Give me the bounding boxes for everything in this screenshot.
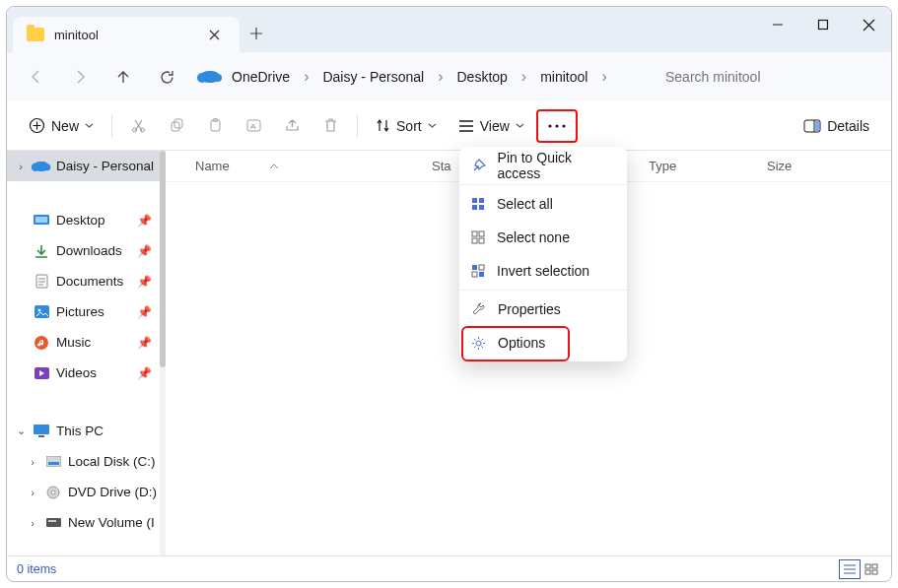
forward-button[interactable] [60,60,100,94]
sidebar-item-music[interactable]: Music📌 [7,327,160,358]
share-button[interactable] [274,109,311,143]
sidebar-item-this-pc[interactable]: ⌄This PC [7,416,160,446]
chevron-right-icon[interactable]: › [519,68,528,86]
column-header-type[interactable]: Type [649,159,767,173]
breadcrumb-item[interactable]: minitool [530,63,597,91]
chevron-right-icon[interactable]: › [599,68,608,86]
svg-rect-25 [48,462,59,465]
sidebar-item-videos[interactable]: Videos📌 [7,358,160,388]
status-bar: 0 items [7,555,891,581]
onedrive-icon [200,71,220,83]
details-pane-button[interactable]: Details [794,109,879,143]
rename-button[interactable]: A [236,109,272,143]
svg-rect-35 [479,231,484,236]
svg-rect-36 [472,238,477,243]
svg-point-27 [51,490,55,494]
sidebar-item-documents[interactable]: Documents📌 [7,266,160,296]
refresh-button[interactable] [147,60,186,94]
sidebar-item-drive[interactable]: ›Local Disk (C:) [7,446,160,477]
sidebar-item-label: Daisy - Personal [56,159,154,173]
svg-rect-43 [865,564,870,568]
chevron-down-icon [85,121,94,130]
details-view-button[interactable] [840,560,860,578]
item-count: 0 items [17,562,56,576]
chevron-right-icon[interactable]: › [302,68,311,86]
view-button[interactable]: View [449,109,534,143]
navigation-bar: OneDrive › Daisy - Personal › Desktop › … [7,52,891,101]
pin-icon: 📌 [137,275,152,289]
svg-point-42 [476,341,481,346]
more-button[interactable] [536,109,578,143]
chevron-down-icon [516,121,524,130]
menu-item-pin-quick-access[interactable]: Pin to Quick access [459,149,627,182]
sort-button[interactable]: Sort [366,109,447,143]
file-explorer-window: minitool OneDrive › Daisy - Personal › D… [6,6,892,582]
pin-icon: 📌 [137,336,152,350]
search-input[interactable] [655,60,881,94]
up-button[interactable] [104,60,143,94]
new-button[interactable]: New [19,109,104,143]
svg-rect-32 [472,205,477,210]
menu-item-options[interactable]: Options [459,326,627,359]
minimize-button[interactable] [755,7,800,42]
separator [357,114,358,138]
svg-rect-22 [34,425,49,434]
back-button[interactable] [17,60,56,94]
sidebar-item-downloads[interactable]: Downloads📌 [7,235,160,266]
menu-item-properties[interactable]: Properties [459,293,627,326]
copy-button[interactable] [159,109,195,143]
window-controls [755,7,891,42]
svg-rect-37 [479,238,484,243]
breadcrumb: OneDrive › Daisy - Personal › Desktop › … [190,63,651,91]
svg-rect-28 [46,518,61,527]
breadcrumb-root[interactable]: OneDrive [222,63,300,91]
chevron-right-icon[interactable]: › [436,68,445,86]
svg-rect-30 [472,198,477,203]
svg-rect-44 [872,564,877,568]
chevron-down-icon[interactable]: ⌄ [15,425,27,437]
command-toolbar: New A Sort View Details [7,101,891,151]
sidebar-item-drive[interactable]: ›New Volume (I [7,507,160,538]
titlebar: minitool [7,7,891,52]
paste-button[interactable] [197,109,234,143]
svg-rect-46 [872,570,877,574]
breadcrumb-item[interactable]: Daisy - Personal [312,63,434,91]
svg-point-10 [548,124,551,127]
active-tab[interactable]: minitool [13,17,240,52]
column-header-size[interactable]: Size [767,159,846,173]
new-tab-button[interactable] [240,17,273,50]
ellipsis-icon [548,124,566,128]
sidebar-item-desktop[interactable]: Desktop📌 [7,205,160,235]
folder-icon [27,28,44,41]
svg-rect-38 [472,265,477,270]
svg-rect-31 [479,198,484,203]
sidebar-item-pictures[interactable]: Pictures📌 [7,296,160,327]
sidebar-item-drive[interactable]: ›DVD Drive (D:) [7,477,160,507]
pin-icon: 📌 [137,244,152,258]
pin-icon: 📌 [137,366,152,380]
close-tab-button[interactable] [202,23,226,46]
tab-title: minitool [54,28,192,42]
svg-rect-23 [38,435,44,437]
pin-icon: 📌 [137,214,152,228]
breadcrumb-item[interactable]: Desktop [448,63,518,91]
delete-button[interactable] [312,109,349,143]
chevron-right-icon[interactable]: › [15,161,27,172]
sidebar-item-onedrive[interactable]: › Daisy - Personal [7,151,160,181]
maximize-button[interactable] [800,7,846,42]
pin-icon: 📌 [137,305,152,319]
close-window-button[interactable] [846,7,891,42]
menu-item-select-all[interactable]: Select all [459,187,627,221]
column-header-name[interactable]: Name [195,159,432,173]
svg-rect-14 [815,121,819,131]
more-options-menu: Pin to Quick access Select all Select no… [459,147,627,361]
svg-rect-16 [35,217,47,223]
svg-rect-4 [172,122,179,131]
thumbnails-view-button[interactable] [862,560,881,578]
cut-button[interactable] [120,109,157,143]
menu-item-select-none[interactable]: Select none [459,221,627,254]
gear-icon [471,336,486,351]
svg-rect-34 [472,231,477,236]
menu-item-invert-selection[interactable]: Invert selection [459,254,627,288]
svg-point-12 [562,124,565,127]
